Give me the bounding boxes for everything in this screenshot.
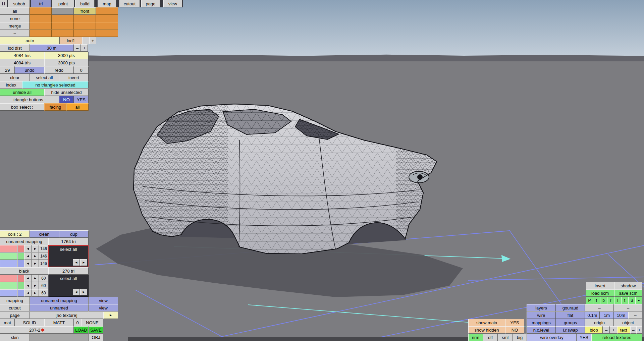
subob-grid-cell[interactable] [74, 22, 96, 30]
group2-page-right[interactable]: ► [80, 289, 87, 295]
swatch-green-alt[interactable] [17, 282, 24, 289]
subob-grid-cell[interactable] [96, 15, 118, 22]
layers-button[interactable]: layers [527, 304, 556, 311]
blob-minus-button[interactable]: – [603, 326, 610, 334]
cam-orbit-button[interactable]: ● [635, 297, 642, 304]
lod-dist-value[interactable]: 30 m [30, 44, 74, 52]
wire-overlay-toggle[interactable]: YES [577, 334, 591, 341]
cam-right-button[interactable]: r [607, 297, 614, 304]
swatch-next-button[interactable]: ► [32, 260, 39, 267]
swatch-next-button[interactable]: ► [32, 245, 39, 252]
cam-back-button[interactable]: b [600, 297, 607, 304]
lod-dist-plus-button[interactable]: + [81, 44, 88, 52]
view-invert-button[interactable]: invert [586, 282, 614, 289]
unhide-all-button[interactable]: unhide all [0, 89, 44, 96]
subob-grid-cell[interactable] [74, 30, 96, 37]
show-main-toggle[interactable]: YES [505, 319, 524, 326]
dup-button[interactable]: dup [59, 230, 89, 238]
redo-button[interactable]: redo [44, 66, 74, 74]
tab-page[interactable]: page [141, 0, 160, 7]
swatch-green[interactable] [0, 252, 17, 260]
subob-merge-button[interactable]: merge [0, 22, 30, 30]
swatch-blue[interactable] [0, 289, 17, 297]
swatch-red[interactable] [0, 275, 17, 282]
origin-button[interactable]: origin [585, 319, 614, 326]
clean-button[interactable]: clean [30, 230, 59, 238]
swatch-red-alt[interactable] [17, 275, 24, 282]
obj-button[interactable]: OBJ [89, 334, 103, 341]
subob-dash-button[interactable]: – [0, 30, 30, 37]
load-button[interactable]: LOAD [74, 326, 89, 334]
swatch-blue-alt[interactable] [17, 260, 24, 267]
box-select-facing[interactable]: facing [44, 103, 66, 111]
tab-cutout[interactable]: cutout [119, 0, 140, 7]
mat-none-button[interactable]: NONE [81, 319, 103, 326]
viewport-3d[interactable] [0, 0, 644, 341]
file-name-field[interactable]: 207-2✱ [0, 326, 74, 334]
grid-01m-button[interactable]: 0.1m [585, 311, 600, 319]
cam-left-button[interactable]: l [614, 297, 621, 304]
text-button[interactable]: text [617, 326, 630, 334]
cam-under-button[interactable]: u [628, 297, 635, 304]
load-scm-button[interactable]: load scm [586, 289, 614, 297]
wire-button[interactable]: wire [527, 311, 556, 319]
blob-plus-button[interactable]: + [610, 326, 617, 334]
group2-page-left[interactable]: ◄ [73, 289, 80, 295]
cam-front-button[interactable]: f [593, 297, 600, 304]
save-button[interactable]: SAVE [89, 326, 103, 334]
group1-page-left[interactable]: ◄ [73, 259, 80, 266]
lr-swap-button[interactable]: l.r.swap [556, 326, 585, 334]
tab-view[interactable]: view [163, 0, 182, 7]
swatch-green[interactable] [0, 282, 17, 289]
grid-1m-button[interactable]: 1m [600, 311, 614, 319]
nrm-off-button[interactable]: off [483, 334, 498, 341]
skin-button[interactable]: skin [0, 334, 30, 341]
page-texture-value[interactable]: [no texture] [30, 311, 103, 319]
group2-name[interactable]: black [0, 267, 48, 275]
subob-grid-cell[interactable] [96, 30, 118, 37]
h-button[interactable]: H [0, 0, 7, 7]
swatch-next-button[interactable]: ► [32, 289, 39, 297]
subob-grid-cell[interactable] [52, 30, 74, 37]
text-minus-button[interactable]: – [630, 326, 636, 334]
grid-dash-button[interactable]: – [628, 311, 642, 319]
layers-dash-button[interactable]: – [585, 304, 614, 311]
mat-solid-button[interactable]: SOLID [15, 319, 44, 326]
swatch-next-button[interactable]: ► [32, 275, 39, 282]
layers-dash2-button[interactable]: – [614, 304, 642, 311]
save-scm-button[interactable]: save scm [614, 289, 642, 297]
subob-grid-cell[interactable] [30, 7, 52, 15]
blob-button[interactable]: blob [585, 326, 603, 334]
text-plus-button[interactable]: + [636, 326, 642, 334]
cols-button[interactable]: cols : 2 [0, 230, 30, 238]
nc-level-button[interactable]: n.c.level [527, 326, 556, 334]
subob-grid-cell[interactable] [96, 22, 118, 30]
mapping-view-button[interactable]: view [89, 297, 118, 304]
undo-button[interactable]: undo [15, 66, 44, 74]
swatch-red-alt[interactable] [17, 245, 24, 252]
cam-top-button[interactable]: t [621, 297, 628, 304]
group1-name[interactable]: unnamed mapping [0, 238, 48, 245]
swatch-prev-button[interactable]: ◄ [24, 245, 32, 252]
subob-grid-cell[interactable] [52, 22, 74, 30]
gouraud-button[interactable]: gouraud [556, 304, 585, 311]
mappings-button[interactable]: mappings [527, 319, 556, 326]
tab-build[interactable]: build [75, 0, 95, 7]
lod-dist-minus-button[interactable]: – [74, 44, 81, 52]
hide-unselected-button[interactable]: hide unselected [44, 89, 89, 96]
nrm-button[interactable]: nrm [468, 334, 483, 341]
clear-button[interactable]: clear [0, 74, 30, 81]
index-button[interactable]: index [0, 81, 22, 89]
tab-map[interactable]: map [98, 0, 116, 7]
subob-grid-cell[interactable] [96, 7, 118, 15]
cutout-value[interactable]: unnamed [30, 304, 89, 311]
swatch-prev-button[interactable]: ◄ [24, 260, 32, 267]
mat-matt-button[interactable]: MATT [44, 319, 74, 326]
nrm-big-button[interactable]: big [513, 334, 527, 341]
swatch-prev-button[interactable]: ◄ [24, 275, 32, 282]
subob-grid-cell[interactable] [52, 15, 74, 22]
mat-num-button[interactable]: 0 [74, 319, 81, 326]
lod-auto-button[interactable]: auto [0, 37, 60, 44]
select-all-button[interactable]: select all [30, 74, 59, 81]
tab-subob[interactable]: subob [8, 0, 30, 7]
